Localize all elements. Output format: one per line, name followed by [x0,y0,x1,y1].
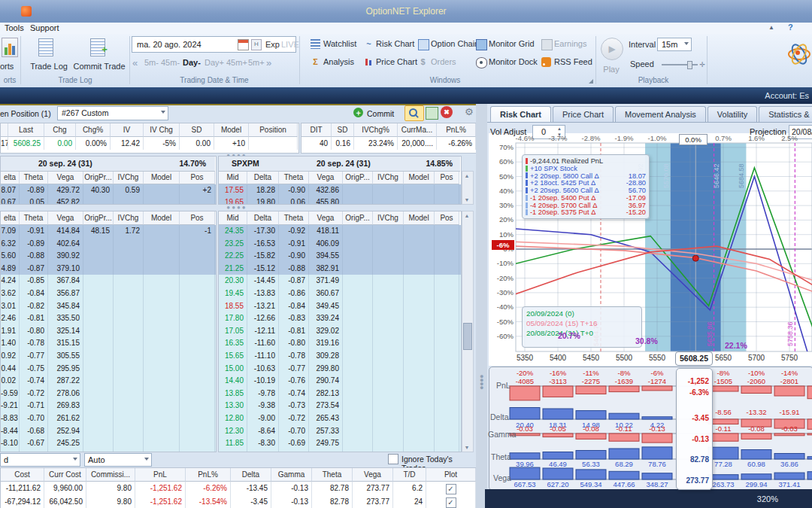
table-row[interactable]: 17.5518.28-0.90432.86 [219,184,461,196]
plot-checkbox[interactable] [446,484,456,494]
analysis-button[interactable]: Analysis [323,57,354,66]
speed-slider[interactable]: ✛ [662,61,705,68]
monitor-dock-button[interactable]: Monitor Dock [489,57,538,66]
watchlist-button[interactable]: Watchlist [323,39,356,48]
commit-trade-button[interactable]: Commit Trade [69,62,129,71]
option-chain-icon[interactable] [418,39,429,50]
table-row[interactable]: 15.00-10.63-0.77299.80 [219,363,461,376]
nav-5m-minus[interactable]: 5m- [144,58,159,67]
table-row[interactable]: 18.55-13.21-0.84349.45 [219,300,461,313]
tab[interactable]: Statistics & Fundamentals [759,106,812,123]
step-back-icon[interactable]: « [132,57,138,68]
expiry-header-spxpm[interactable]: SPXPM 20 sep. 24 (31) 14.85% [219,157,460,172]
close-icon[interactable]: ✖ [441,106,453,118]
table-row[interactable]: 12.30-8.64-0.70257.33 [219,425,461,438]
table-row[interactable]: -67,294.1266,042.509.80-1,251.62-13.54%-… [1,495,477,508]
table-row[interactable]: 20.30-14.45-0.87371.49 [219,275,461,287]
trading-date-input[interactable]: ma. 20 ago. 2024 H Exp LIVE [132,36,296,53]
table-row[interactable]: 5.60-0.88390.92 [1,250,216,263]
play-button[interactable]: ▶ [601,38,623,60]
table-row[interactable]: 23.25-16.53-0.91406.09 [219,238,461,251]
nav-45m-minus[interactable]: 45m- [161,58,180,67]
help-icon[interactable]: ? [788,23,793,32]
live-label[interactable]: LIVE [281,40,299,49]
monitor-grid-icon[interactable] [476,39,487,50]
slider-thumb[interactable] [687,61,692,69]
nav-day-plus[interactable]: Day+ [205,58,224,67]
step-forward-icon[interactable]: » [266,57,271,68]
table-row[interactable]: 19.45-13.83-0.86360.67 [219,287,461,300]
commit-button[interactable]: Commit [367,109,394,118]
plot-checkbox[interactable] [446,497,456,508]
price-chart-button[interactable]: Price Chart [376,57,417,66]
tab[interactable]: Volatility [707,106,757,123]
rss-feed-button[interactable]: RSS Feed [554,57,592,66]
tab[interactable]: Price Chart [553,106,614,123]
watchlist-icon[interactable] [311,39,320,49]
plot-mode-select[interactable]: d [0,453,80,467]
auto-select[interactable]: Auto [84,453,152,467]
table-row[interactable]: 17.80-12.66-0.83339.24 [219,312,461,325]
reports-icon[interactable] [2,38,18,57]
table-row[interactable]: 11.85-8.30-0.69249.75 [219,437,461,450]
table-row[interactable]: -11,211.629,960.009.80-1,251.62-6.26%-13… [1,482,477,495]
exp-label[interactable]: Exp [265,40,280,49]
table-row[interactable]: 12.80-9.00-0.72265.43 [219,412,461,425]
nav-5m-plus[interactable]: 5m+ [248,58,265,67]
export-icon[interactable] [426,107,438,120]
table-row[interactable]: 1.91-0.80325.14 [1,325,216,338]
table-row[interactable]: 8.07-0.89429.7240.300.59+2 [1,184,216,196]
trade-log-button[interactable]: Trade Log [25,62,73,71]
calendar-icon[interactable] [238,39,249,50]
table-row[interactable]: 13.85-9.78-0.74282.13 [219,388,461,400]
table-row[interactable]: 0.44-0.75295.95 [1,363,216,376]
scrollbar-thumb[interactable] [463,323,472,350]
time-icon[interactable]: H [251,39,262,50]
price-chart-icon[interactable] [364,57,374,67]
table-row[interactable]: 17.05-12.11-0.81329.02 [219,325,461,338]
tab[interactable]: Movement Analysis [615,106,706,123]
table-row[interactable]: 6.32-0.89402.64 [1,238,216,251]
windows-dialog-launcher-icon[interactable] [589,79,593,84]
nav-day-minus[interactable]: Day- [183,58,201,67]
table-row[interactable]: 0.670.05452.82 [1,196,216,205]
table-row[interactable]: 21.25-15.12-0.88382.91 [219,263,461,275]
table-row[interactable]: 13.30-9.38-0.73273.54 [219,400,461,412]
table-row[interactable]: 4.89-0.87379.10 [1,263,216,275]
table-row[interactable]: 1.40-0.78315.15 [1,337,216,350]
table-row[interactable]: 22.25-15.82-0.90394.55 [219,250,461,263]
table-row[interactable]: 2.46-0.81335.50 [1,312,216,325]
tab[interactable]: Risk Chart [490,106,551,123]
monitor-grid-button[interactable]: Monitor Grid [489,39,535,48]
ignore-todays-trades-checkbox[interactable] [388,454,398,464]
position-selector[interactable]: #267 Custom [57,106,168,120]
rss-feed-icon[interactable] [541,57,551,67]
nav-45m-plus[interactable]: 45m+ [226,58,247,67]
table-row[interactable]: -8.83-0.70261.62 [1,412,216,425]
table-row[interactable]: -9.21-0.71269.83 [1,400,216,412]
interval-select[interactable]: 15m [657,38,692,51]
menu-tools[interactable]: Tools [5,23,24,32]
collapse-ribbon-icon[interactable]: ▲ [768,24,774,31]
gear-icon[interactable]: ⚙ [465,106,474,117]
table-row[interactable]: 4.24-0.85367.84 [1,275,216,287]
table-row[interactable]: -9.59-0.72278.06 [1,388,216,400]
risk-chart-icon[interactable]: ~ [364,39,374,49]
magnifier-button[interactable] [404,105,424,121]
risk-chart-button[interactable]: Risk Chart [376,39,414,48]
h-splitter-grip[interactable]: ●●●● [211,204,263,211]
menu-support[interactable]: Support [30,23,59,32]
table-row[interactable]: 7.09-0.91414.8448.151.72-1 [1,225,216,238]
table-row[interactable]: 14.40-10.19-0.76290.74 [219,375,461,388]
table-row[interactable]: 24.35-17.30-0.92418.11 [219,225,461,238]
table-row[interactable]: 0.02-0.74287.22 [1,375,216,388]
commit-icon[interactable]: ＋ [353,108,363,117]
table-row[interactable]: 16.35-11.60-0.80319.16 [219,337,461,350]
table-row[interactable]: -8.10-0.67245.25 [1,437,216,450]
table-row[interactable]: 3.62-0.84356.87 [1,287,216,300]
table-row[interactable]: -8.44-0.68252.94 [1,425,216,438]
analysis-icon[interactable]: Σ [311,57,320,67]
trade-log-icon[interactable] [38,38,53,56]
expiry-header[interactable]: 20 sep. 24 (31) 14.70% [1,157,215,172]
table-row[interactable]: 3.01-0.82345.84 [1,300,216,313]
